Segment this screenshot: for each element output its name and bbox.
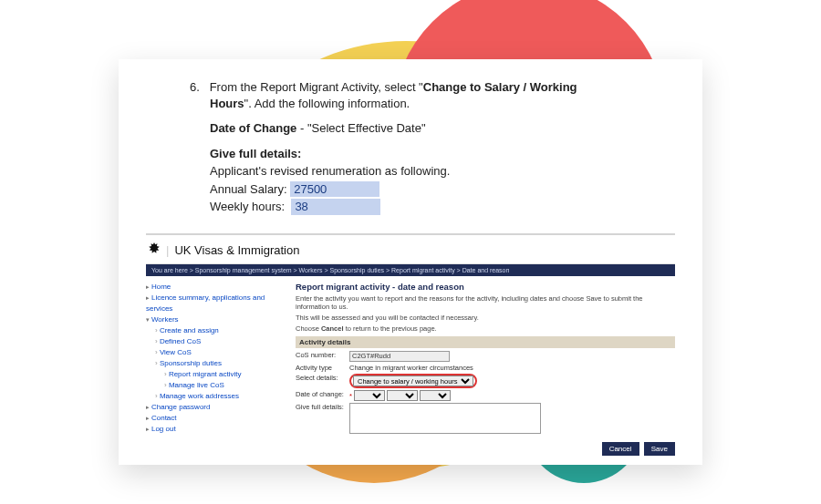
sidebar-item[interactable]: Workers (146, 314, 283, 325)
sidebar-item[interactable]: Change password (146, 402, 283, 413)
instruction-block: 6. From the Report Migrant Activity, sel… (210, 79, 602, 215)
sidebar-item[interactable]: Log out (146, 424, 283, 435)
sidebar-item[interactable]: Report migrant activity (164, 369, 283, 380)
select-details-highlight: Change to salary / working hours (349, 374, 477, 388)
document-card: 6. From the Report Migrant Activity, sel… (119, 59, 702, 465)
page-title: Report migrant activity - date and reaso… (296, 282, 675, 292)
breadcrumb: You are here > Sponsorship management sy… (146, 264, 675, 276)
sidebar-item[interactable]: Create and assign (155, 325, 283, 336)
main-panel: Report migrant activity - date and reaso… (296, 282, 675, 456)
give-full-details-label: Give full details: (296, 402, 349, 437)
cos-number-label: CoS number: (296, 350, 349, 363)
sidebar-item[interactable]: Sponsorship duties (155, 358, 283, 369)
weekly-hours-value: 38 (291, 199, 380, 215)
activity-form: CoS number: C2GT#Rudd Activity type Chan… (296, 350, 546, 437)
date-month-select[interactable] (387, 390, 418, 401)
details-textarea[interactable] (349, 403, 541, 434)
select-details-dropdown[interactable]: Change to salary / working hours (353, 375, 473, 386)
annual-salary-value: 27500 (290, 181, 379, 198)
required-star: * (349, 392, 352, 400)
gov-header: | UK Visas & Immigration (146, 235, 675, 264)
step-number: 6. (190, 79, 206, 96)
weekly-hours-label: Weekly hours: (210, 200, 285, 213)
activity-type-value: Change in migrant worker circumstances (349, 363, 546, 373)
section-header: Activity details (296, 336, 675, 348)
sidebar-item[interactable]: Defined CoS (155, 336, 283, 347)
sidebar-nav: HomeLicence summary, applications and se… (146, 282, 283, 456)
cos-number-value: C2GT#Rudd (349, 351, 450, 362)
sidebar-item[interactable]: Licence summary, applications and servic… (146, 293, 283, 314)
sidebar-item[interactable]: Contact (146, 413, 283, 424)
date-year-select[interactable] (420, 390, 451, 401)
sidebar-item[interactable]: Manage work addresses (155, 391, 283, 402)
gov-brand: UK Visas & Immigration (174, 243, 299, 257)
date-of-change-label: Date of change: (296, 389, 349, 402)
sidebar-item[interactable]: Manage live CoS (164, 380, 283, 391)
date-day-select[interactable] (354, 390, 385, 401)
save-button[interactable]: Save (644, 442, 675, 456)
gov-screenshot: | UK Visas & Immigration You are here > … (146, 233, 675, 456)
activity-type-label: Activity type (296, 363, 349, 373)
annual-salary-label: Annual Salary: (210, 182, 287, 196)
select-details-label: Select details: (296, 373, 349, 389)
sidebar-item[interactable]: Home (146, 282, 283, 293)
crown-icon (148, 241, 161, 260)
sidebar-item[interactable]: View CoS (155, 347, 283, 358)
cancel-button[interactable]: Cancel (602, 442, 639, 456)
